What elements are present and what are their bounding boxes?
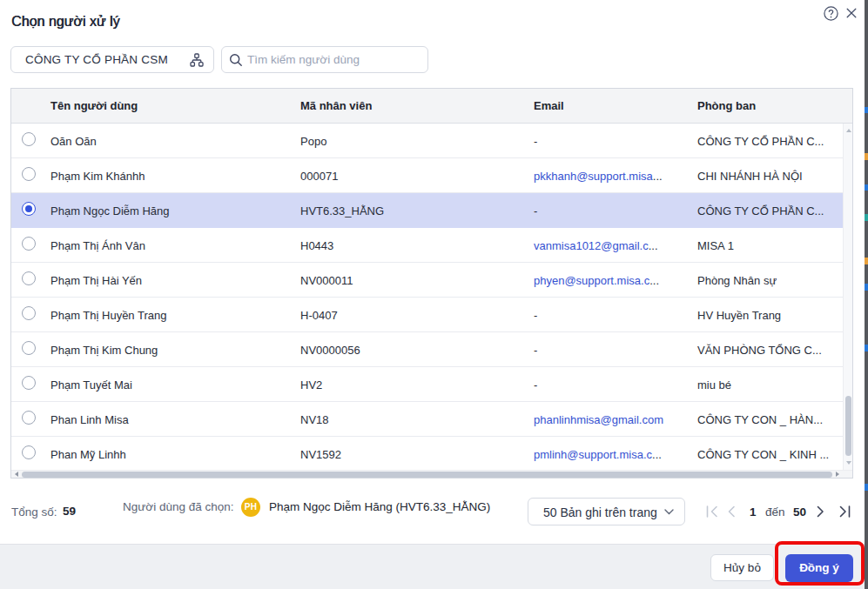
svg-text:đến: đến xyxy=(765,505,785,519)
svg-text:1: 1 xyxy=(750,505,757,519)
svg-text:50: 50 xyxy=(793,505,806,519)
